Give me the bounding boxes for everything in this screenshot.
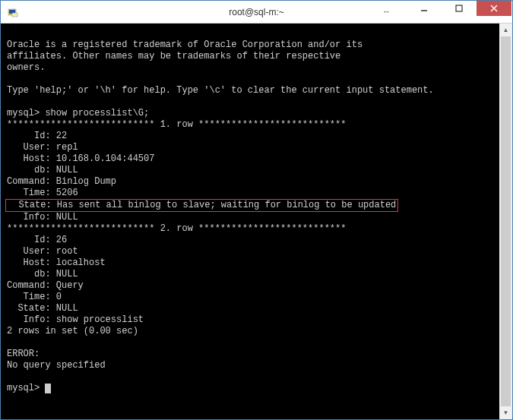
- field-label-id: Id:: [7, 131, 51, 141]
- help-text: Type 'help;' or '\h' for help. Type '\c'…: [7, 85, 434, 96]
- window-controls: [407, 1, 512, 23]
- field-value: NULL: [56, 303, 78, 314]
- result-summary: 2 rows in set (0.00 sec): [7, 326, 138, 336]
- field-value: 0: [56, 292, 62, 302]
- field-value: 10.168.0.104:44507: [56, 153, 155, 164]
- field-label-db: db:: [7, 165, 51, 175]
- field-label-user: User:: [7, 142, 51, 153]
- mysql-prompt: mysql>: [7, 383, 40, 393]
- error-message: No query specified: [7, 360, 106, 371]
- mysql-prompt: mysql>: [7, 108, 40, 118]
- field-label-host: Host:: [7, 153, 51, 164]
- field-label-info: Info:: [7, 314, 51, 325]
- field-value: 5206: [56, 188, 78, 198]
- field-value: Has sent all binlog to slave; waiting fo…: [57, 200, 396, 210]
- field-value: root: [56, 246, 78, 257]
- svg-rect-2: [12, 13, 17, 17]
- field-value: show processlist: [56, 314, 144, 325]
- vertical-scrollbar[interactable]: ▲ ▼: [499, 24, 512, 419]
- terminal-area: Oracle is a registered trademark of Orac…: [1, 24, 512, 419]
- field-value: repl: [56, 142, 78, 153]
- row-separator: *************************** 1. row *****…: [7, 119, 346, 130]
- field-label-time: Time:: [7, 188, 51, 198]
- maximize-button[interactable]: [442, 1, 477, 16]
- field-value: NULL: [56, 269, 78, 279]
- terminal-content[interactable]: Oracle is a registered trademark of Orac…: [1, 24, 499, 419]
- row-separator: *************************** 2. row *****…: [7, 223, 346, 234]
- restore-indicator-icon: ↔: [382, 7, 391, 16]
- field-label-state: State:: [7, 303, 51, 314]
- highlighted-state-row: State: Has sent all binlog to slave; wai…: [5, 199, 398, 212]
- terminal-window: root@sql-m:~ ↔ Oracle is a registered tr…: [0, 0, 513, 420]
- field-label-id: Id:: [7, 235, 51, 245]
- scroll-up-arrow-icon[interactable]: ▲: [499, 24, 512, 36]
- close-button[interactable]: [477, 1, 511, 16]
- svg-rect-4: [456, 5, 462, 11]
- intro-text: affiliates. Other names may be trademark…: [7, 51, 340, 62]
- cursor-icon: [45, 384, 51, 393]
- sql-command: show processlist\G;: [45, 108, 149, 118]
- intro-text: Oracle is a registered trademark of Orac…: [7, 39, 363, 50]
- titlebar[interactable]: root@sql-m:~ ↔: [1, 1, 512, 24]
- field-label-db: db:: [7, 269, 51, 279]
- field-label-time: Time:: [7, 292, 51, 302]
- field-label-user: User:: [7, 246, 51, 257]
- field-value: 22: [56, 131, 67, 141]
- field-label-info: Info:: [7, 212, 51, 223]
- intro-text: owners.: [7, 62, 45, 73]
- field-value: 26: [56, 235, 67, 245]
- field-value: NULL: [56, 165, 78, 175]
- error-label: ERROR:: [7, 349, 40, 359]
- field-label-command: Command:: [7, 176, 51, 187]
- field-label-command: Command:: [7, 280, 51, 291]
- field-label-host: Host:: [7, 257, 51, 268]
- scroll-thumb[interactable]: [501, 36, 511, 406]
- field-value: Binlog Dump: [56, 176, 116, 187]
- field-value: NULL: [56, 212, 78, 223]
- field-value: localhost: [56, 257, 106, 268]
- putty-icon: [7, 6, 19, 18]
- scroll-track[interactable]: [499, 36, 512, 406]
- scroll-down-arrow-icon[interactable]: ▼: [499, 406, 512, 419]
- minimize-button[interactable]: [407, 1, 442, 16]
- field-value: Query: [56, 280, 84, 291]
- field-label-state: State:: [8, 200, 52, 210]
